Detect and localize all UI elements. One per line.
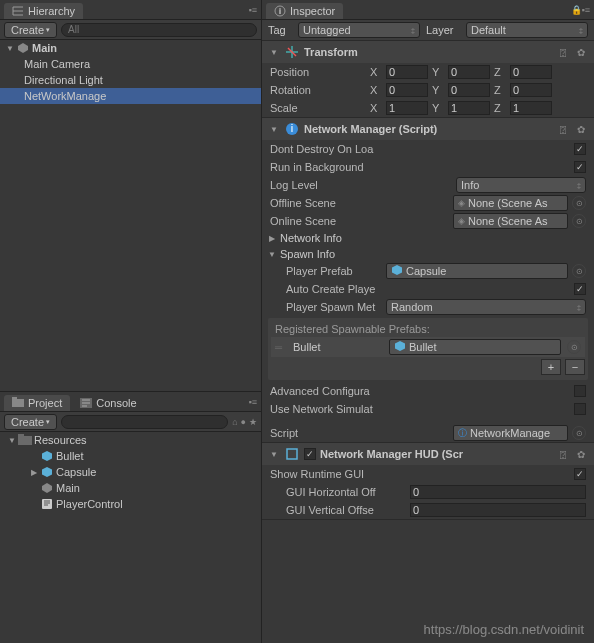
loglevel-label: Log Level	[270, 179, 452, 191]
foldout-icon[interactable]	[6, 436, 18, 445]
foldout-icon[interactable]	[266, 234, 278, 243]
rot-z-input[interactable]	[510, 83, 552, 97]
tab-console[interactable]: Console	[72, 395, 144, 411]
asset-row[interactable]: Capsule	[0, 464, 261, 480]
scl-y-input[interactable]	[448, 101, 490, 115]
dropdown-arrow-icon: ▾	[46, 418, 50, 426]
scene-asset-icon: ◈	[458, 198, 465, 208]
gear-icon[interactable]: ✿	[574, 45, 588, 59]
transform-header[interactable]: Transform ⍰ ✿	[262, 41, 594, 63]
object-picker-icon[interactable]: ⊙	[572, 196, 586, 210]
panel-menu-icon[interactable]: ▪≡	[249, 5, 257, 15]
help-icon[interactable]: ⍰	[556, 45, 570, 59]
help-icon[interactable]: ⍰	[556, 122, 570, 136]
dont-destroy-label: Dont Destroy On Loa	[270, 143, 570, 155]
svg-text:i: i	[291, 122, 293, 134]
scene-row[interactable]: Main	[0, 40, 261, 56]
tab-hierarchy[interactable]: Hierarchy	[4, 3, 83, 19]
auto-create-label: Auto Create Playe	[286, 283, 570, 295]
unity-scene-icon	[16, 41, 30, 55]
v-offset-input[interactable]	[410, 503, 586, 517]
inspector-title: Inspector	[290, 5, 335, 17]
tab-inspector[interactable]: Inspector	[266, 3, 343, 19]
create-button[interactable]: Create ▾	[4, 22, 57, 38]
hud-header[interactable]: Network Manager HUD (Scr ⍰ ✿	[262, 443, 594, 465]
offline-scene-field[interactable]: ◈ None (Scene As	[453, 195, 568, 211]
add-spawn-button[interactable]: +	[541, 359, 561, 375]
h-offset-label: GUI Horizontal Off	[286, 486, 406, 498]
adv-config-label: Advanced Configura	[270, 385, 570, 397]
rot-y-input[interactable]	[448, 83, 490, 97]
offline-scene-label: Offline Scene	[270, 197, 449, 209]
scene-name: Main	[32, 42, 57, 54]
project-create-button[interactable]: Create ▾	[4, 414, 57, 430]
hud-enable-checkbox[interactable]	[304, 448, 316, 460]
network-info-section[interactable]: Network Info	[262, 230, 594, 246]
foldout-icon[interactable]	[268, 450, 280, 459]
loglevel-dropdown[interactable]: Info‡	[456, 177, 586, 193]
spawn-prefab-field[interactable]: Bullet	[389, 339, 561, 355]
foldout-icon[interactable]	[28, 468, 40, 477]
help-icon[interactable]: ⍰	[556, 447, 570, 461]
tag-dropdown[interactable]: Untagged‡	[298, 22, 420, 38]
project-search-input[interactable]	[61, 415, 228, 429]
object-picker-icon[interactable]: ⊙	[572, 264, 586, 278]
asset-row[interactable]: Bullet	[0, 448, 261, 464]
networkmanager-header[interactable]: i Network Manager (Script) ⍰ ✿	[262, 118, 594, 140]
asset-row[interactable]: Main	[0, 480, 261, 496]
layer-dropdown[interactable]: Default‡	[466, 22, 588, 38]
pos-x-input[interactable]	[386, 65, 428, 79]
dont-destroy-checkbox[interactable]	[574, 143, 586, 155]
foldout-icon[interactable]	[268, 48, 280, 57]
gameobject-row-selected[interactable]: NetWorkManage	[0, 88, 261, 104]
player-prefab-field[interactable]: Capsule	[386, 263, 568, 279]
prefab-icon	[391, 264, 403, 278]
remove-spawn-button[interactable]: −	[565, 359, 585, 375]
online-scene-label: Online Scene	[270, 215, 449, 227]
spawn-info-section[interactable]: Spawn Info	[262, 246, 594, 262]
auto-create-checkbox[interactable]	[574, 283, 586, 295]
use-sim-checkbox[interactable]	[574, 403, 586, 415]
foldout-icon[interactable]	[268, 125, 280, 134]
v-offset-label: GUI Vertical Offse	[286, 504, 406, 516]
hierarchy-search-input[interactable]	[61, 23, 257, 37]
project-icon	[12, 397, 24, 409]
panel-menu-icon[interactable]: ▪≡	[249, 397, 257, 407]
object-picker-icon[interactable]: ⊙	[567, 340, 581, 354]
object-picker-icon[interactable]: ⊙	[572, 426, 586, 440]
show-gui-checkbox[interactable]	[574, 468, 586, 480]
tab-project[interactable]: Project	[4, 395, 70, 411]
filter-icon[interactable]: ⌂	[232, 417, 237, 427]
script-field[interactable]: ⓘ NetworkManage	[453, 425, 568, 441]
rot-x-input[interactable]	[386, 83, 428, 97]
hud-icon	[284, 446, 300, 462]
scale-label: Scale	[270, 102, 366, 114]
panel-menu-icon[interactable]: ▪≡	[582, 5, 590, 15]
prefab-icon	[394, 340, 406, 354]
object-picker-icon[interactable]: ⊙	[572, 214, 586, 228]
spawn-list-item[interactable]: ═ Bullet Bullet ⊙	[271, 337, 585, 357]
gear-icon[interactable]: ✿	[574, 447, 588, 461]
tag-filter-icon[interactable]: ●	[241, 417, 246, 427]
scl-z-input[interactable]	[510, 101, 552, 115]
adv-config-checkbox[interactable]	[574, 385, 586, 397]
asset-row[interactable]: PlayerControl	[0, 496, 261, 512]
gameobject-row[interactable]: Main Camera	[0, 56, 261, 72]
online-scene-field[interactable]: ◈ None (Scene As	[453, 213, 568, 229]
pos-z-input[interactable]	[510, 65, 552, 79]
drag-handle-icon[interactable]: ═	[275, 342, 287, 353]
foldout-icon[interactable]	[266, 250, 278, 259]
gameobject-row[interactable]: Directional Light	[0, 72, 261, 88]
spawn-method-dropdown[interactable]: Random‡	[386, 299, 586, 315]
foldout-icon[interactable]	[4, 44, 16, 53]
registered-prefabs-label: Registered Spawnable Prefabs:	[271, 321, 585, 337]
gear-icon[interactable]: ✿	[574, 122, 588, 136]
h-offset-input[interactable]	[410, 485, 586, 499]
lock-icon[interactable]: 🔒	[571, 5, 582, 15]
folder-row[interactable]: Resources	[0, 432, 261, 448]
hierarchy-title: Hierarchy	[28, 5, 75, 17]
scl-x-input[interactable]	[386, 101, 428, 115]
pos-y-input[interactable]	[448, 65, 490, 79]
star-icon[interactable]: ★	[249, 417, 257, 427]
run-bg-checkbox[interactable]	[574, 161, 586, 173]
